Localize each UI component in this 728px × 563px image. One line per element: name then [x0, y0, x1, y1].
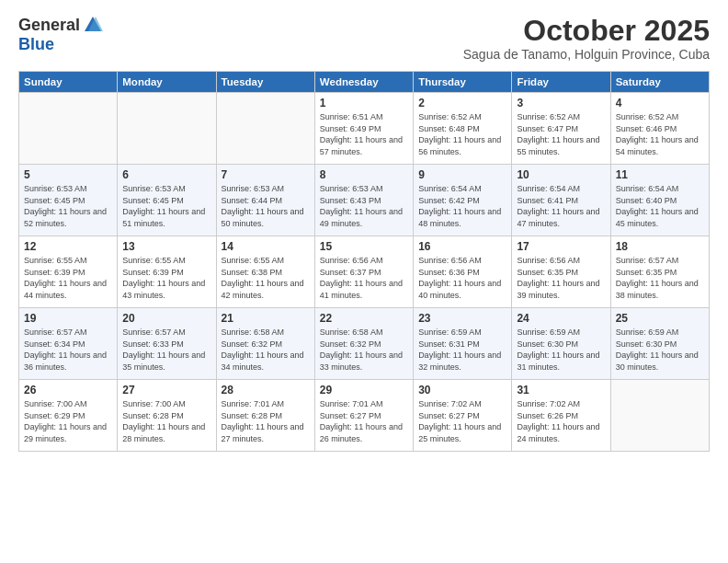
day-number: 18: [616, 240, 704, 253]
cell-info: Sunrise: 6:57 AM Sunset: 6:35 PM Dayligh…: [616, 255, 704, 301]
calendar-cell: 15Sunrise: 6:56 AM Sunset: 6:37 PM Dayli…: [314, 236, 413, 308]
day-number: 23: [418, 312, 506, 325]
cell-info: Sunrise: 6:54 AM Sunset: 6:42 PM Dayligh…: [418, 183, 506, 229]
cell-info: Sunrise: 6:54 AM Sunset: 6:41 PM Dayligh…: [517, 183, 605, 229]
day-number: 26: [24, 384, 112, 396]
calendar-cell: 1Sunrise: 6:51 AM Sunset: 6:49 PM Daylig…: [314, 93, 413, 165]
calendar-cell: 31Sunrise: 7:02 AM Sunset: 6:26 PM Dayli…: [512, 380, 610, 452]
calendar-cell: [216, 93, 314, 165]
calendar-cell: [19, 93, 118, 165]
cell-info: Sunrise: 7:00 AM Sunset: 6:29 PM Dayligh…: [24, 398, 112, 444]
cell-info: Sunrise: 6:53 AM Sunset: 6:44 PM Dayligh…: [222, 183, 310, 229]
calendar-cell: 26Sunrise: 7:00 AM Sunset: 6:29 PM Dayli…: [19, 380, 118, 452]
cell-info: Sunrise: 6:59 AM Sunset: 6:30 PM Dayligh…: [616, 327, 704, 373]
calendar-row: 1Sunrise: 6:51 AM Sunset: 6:49 PM Daylig…: [19, 93, 710, 165]
cell-info: Sunrise: 7:02 AM Sunset: 6:26 PM Dayligh…: [517, 398, 605, 444]
calendar-row: 5Sunrise: 6:53 AM Sunset: 6:45 PM Daylig…: [19, 165, 710, 236]
day-number: 9: [418, 168, 506, 181]
weekday-header: Monday: [118, 72, 216, 93]
calendar-cell: 6Sunrise: 6:53 AM Sunset: 6:45 PM Daylig…: [118, 165, 216, 236]
day-number: 30: [418, 384, 506, 396]
title-section: October 2025 Sagua de Tanamo, Holguin Pr…: [463, 15, 710, 62]
cell-info: Sunrise: 6:59 AM Sunset: 6:30 PM Dayligh…: [517, 327, 605, 373]
calendar-cell: 2Sunrise: 6:52 AM Sunset: 6:48 PM Daylig…: [414, 93, 512, 165]
logo-blue-text: Blue: [18, 35, 54, 54]
calendar-cell: 5Sunrise: 6:53 AM Sunset: 6:45 PM Daylig…: [19, 165, 118, 236]
calendar-cell: 7Sunrise: 6:53 AM Sunset: 6:44 PM Daylig…: [216, 165, 314, 236]
calendar-cell: 22Sunrise: 6:58 AM Sunset: 6:32 PM Dayli…: [314, 308, 413, 380]
header-row: SundayMondayTuesdayWednesdayThursdayFrid…: [19, 72, 710, 93]
day-number: 11: [616, 168, 704, 181]
day-number: 14: [222, 240, 310, 253]
day-number: 19: [24, 312, 112, 325]
cell-info: Sunrise: 6:56 AM Sunset: 6:35 PM Dayligh…: [517, 255, 605, 301]
day-number: 3: [517, 97, 605, 109]
cell-info: Sunrise: 6:58 AM Sunset: 6:32 PM Dayligh…: [320, 327, 408, 373]
cell-info: Sunrise: 6:56 AM Sunset: 6:37 PM Dayligh…: [320, 255, 408, 301]
calendar-cell: 23Sunrise: 6:59 AM Sunset: 6:31 PM Dayli…: [414, 308, 512, 380]
weekday-header: Wednesday: [314, 72, 413, 93]
calendar-cell: 30Sunrise: 7:02 AM Sunset: 6:27 PM Dayli…: [414, 380, 512, 452]
calendar-cell: 18Sunrise: 6:57 AM Sunset: 6:35 PM Dayli…: [610, 236, 709, 308]
calendar-row: 19Sunrise: 6:57 AM Sunset: 6:34 PM Dayli…: [19, 308, 710, 380]
calendar-cell: 13Sunrise: 6:55 AM Sunset: 6:39 PM Dayli…: [118, 236, 216, 308]
calendar-cell: [118, 93, 216, 165]
day-number: 17: [517, 240, 605, 253]
day-number: 5: [24, 168, 112, 181]
calendar-cell: 29Sunrise: 7:01 AM Sunset: 6:27 PM Dayli…: [314, 380, 413, 452]
cell-info: Sunrise: 6:55 AM Sunset: 6:39 PM Dayligh…: [122, 255, 210, 301]
calendar-cell: 9Sunrise: 6:54 AM Sunset: 6:42 PM Daylig…: [414, 165, 512, 236]
subtitle: Sagua de Tanamo, Holguin Province, Cuba: [463, 47, 710, 62]
day-number: 21: [222, 312, 310, 325]
weekday-header: Friday: [512, 72, 610, 93]
cell-info: Sunrise: 7:00 AM Sunset: 6:28 PM Dayligh…: [122, 398, 210, 444]
logo-general-text: General: [18, 16, 80, 35]
weekday-header: Tuesday: [216, 72, 314, 93]
weekday-header: Saturday: [610, 72, 709, 93]
day-number: 28: [222, 384, 310, 396]
calendar-cell: 27Sunrise: 7:00 AM Sunset: 6:28 PM Dayli…: [118, 380, 216, 452]
cell-info: Sunrise: 6:55 AM Sunset: 6:39 PM Dayligh…: [24, 255, 112, 301]
day-number: 10: [517, 168, 605, 181]
day-number: 25: [616, 312, 704, 325]
cell-info: Sunrise: 6:53 AM Sunset: 6:45 PM Dayligh…: [24, 183, 112, 229]
logo-icon: [83, 15, 103, 35]
day-number: 29: [320, 384, 408, 396]
header: General Blue October 2025 Sagua de Tanam…: [18, 15, 710, 62]
calendar-cell: 12Sunrise: 6:55 AM Sunset: 6:39 PM Dayli…: [19, 236, 118, 308]
calendar-cell: 21Sunrise: 6:58 AM Sunset: 6:32 PM Dayli…: [216, 308, 314, 380]
cell-info: Sunrise: 6:58 AM Sunset: 6:32 PM Dayligh…: [222, 327, 310, 373]
day-number: 4: [616, 97, 704, 109]
calendar-cell: 8Sunrise: 6:53 AM Sunset: 6:43 PM Daylig…: [314, 165, 413, 236]
cell-info: Sunrise: 6:52 AM Sunset: 6:48 PM Dayligh…: [418, 111, 506, 157]
day-number: 2: [418, 97, 506, 109]
cell-info: Sunrise: 7:02 AM Sunset: 6:27 PM Dayligh…: [418, 398, 506, 444]
cell-info: Sunrise: 6:59 AM Sunset: 6:31 PM Dayligh…: [418, 327, 506, 373]
logo: General Blue: [18, 15, 103, 54]
calendar-cell: 4Sunrise: 6:52 AM Sunset: 6:46 PM Daylig…: [610, 93, 709, 165]
calendar-cell: 17Sunrise: 6:56 AM Sunset: 6:35 PM Dayli…: [512, 236, 610, 308]
calendar-row: 12Sunrise: 6:55 AM Sunset: 6:39 PM Dayli…: [19, 236, 710, 308]
day-number: 13: [122, 240, 210, 253]
cell-info: Sunrise: 6:53 AM Sunset: 6:43 PM Dayligh…: [320, 183, 408, 229]
day-number: 16: [418, 240, 506, 253]
calendar-cell: 20Sunrise: 6:57 AM Sunset: 6:33 PM Dayli…: [118, 308, 216, 380]
calendar-table: SundayMondayTuesdayWednesdayThursdayFrid…: [18, 71, 710, 452]
calendar-cell: 10Sunrise: 6:54 AM Sunset: 6:41 PM Dayli…: [512, 165, 610, 236]
day-number: 12: [24, 240, 112, 253]
page: General Blue October 2025 Sagua de Tanam…: [0, 0, 728, 563]
day-number: 24: [517, 312, 605, 325]
day-number: 20: [122, 312, 210, 325]
weekday-header: Sunday: [19, 72, 118, 93]
calendar-cell: 3Sunrise: 6:52 AM Sunset: 6:47 PM Daylig…: [512, 93, 610, 165]
weekday-header: Thursday: [414, 72, 512, 93]
cell-info: Sunrise: 6:57 AM Sunset: 6:33 PM Dayligh…: [122, 327, 210, 373]
cell-info: Sunrise: 7:01 AM Sunset: 6:28 PM Dayligh…: [222, 398, 310, 444]
cell-info: Sunrise: 6:54 AM Sunset: 6:40 PM Dayligh…: [616, 183, 704, 229]
calendar-cell: 24Sunrise: 6:59 AM Sunset: 6:30 PM Dayli…: [512, 308, 610, 380]
calendar-cell: 14Sunrise: 6:55 AM Sunset: 6:38 PM Dayli…: [216, 236, 314, 308]
calendar-cell: 11Sunrise: 6:54 AM Sunset: 6:40 PM Dayli…: [610, 165, 709, 236]
day-number: 7: [222, 168, 310, 181]
cell-info: Sunrise: 6:52 AM Sunset: 6:47 PM Dayligh…: [517, 111, 605, 157]
day-number: 15: [320, 240, 408, 253]
